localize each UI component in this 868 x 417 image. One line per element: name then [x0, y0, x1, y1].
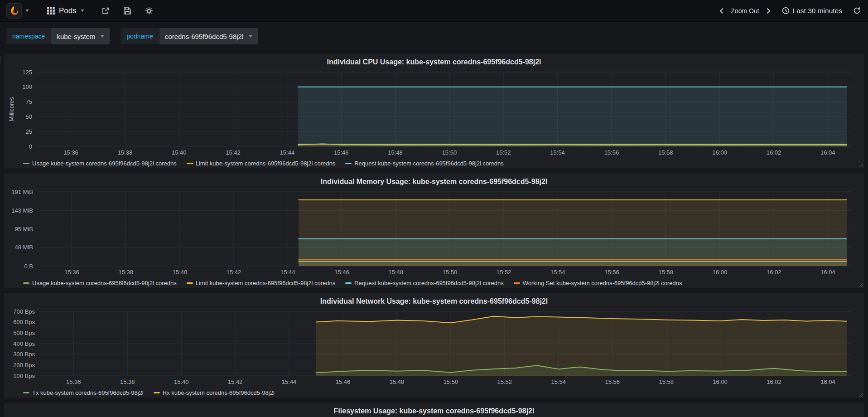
svg-text:15:36: 15:36 — [64, 269, 79, 276]
variable-podname-dropdown[interactable]: coredns-695f96dcd5-98j2l — [159, 28, 258, 44]
svg-text:15:48: 15:48 — [390, 378, 405, 385]
panel-title[interactable]: Individual Network Usage: kube-system co… — [8, 296, 860, 308]
svg-text:16:02: 16:02 — [767, 269, 781, 276]
svg-text:16:04: 16:04 — [820, 378, 835, 385]
legend-series-label: Request kube-system coredns-695f96dcd5-9… — [354, 160, 504, 167]
variable-namespace-dropdown[interactable]: kube-system — [51, 28, 110, 44]
cpu-usage-chart[interactable]: 025507510012515:3615:3815:4015:4215:4415… — [8, 68, 861, 158]
cpu-chart-legend: Usage kube-system coredns-695f96dcd5-98j… — [8, 158, 860, 168]
svg-text:16:00: 16:00 — [712, 149, 727, 156]
memory-usage-chart[interactable]: 0 B48 MiB95 MiB143 MiB191 MiB15:3615:381… — [8, 188, 861, 278]
svg-text:400 Bps: 400 Bps — [13, 340, 35, 347]
variable-namespace-value: kube-system — [57, 33, 95, 40]
legend-item[interactable]: Tx kube-system coredns-695f96dcd5-98j2l — [23, 389, 144, 396]
svg-text:15:58: 15:58 — [658, 149, 673, 156]
legend-series-swatch — [514, 282, 520, 284]
svg-text:15:50: 15:50 — [442, 149, 457, 156]
legend-item[interactable]: Usage kube-system coredns-695f96dcd5-98j… — [23, 160, 177, 167]
svg-text:100 Bps: 100 Bps — [13, 373, 35, 379]
panel-title[interactable]: Individual CPU Usage: kube-system coredn… — [8, 57, 860, 68]
time-shift-back-button[interactable] — [718, 7, 725, 15]
svg-text:95 MiB: 95 MiB — [15, 226, 33, 233]
chevron-left-icon — [719, 8, 724, 14]
svg-text:15:36: 15:36 — [63, 149, 78, 156]
legend-item[interactable]: Rx kube-system coredns-695f96dcd5-98j2l — [154, 389, 275, 396]
legend-series-label: Usage kube-system coredns-695f96dcd5-98j… — [32, 160, 177, 167]
legend-item[interactable]: Request kube-system coredns-695f96dcd5-9… — [345, 280, 504, 286]
template-variables-bar: namespace kube-system podname coredns-69… — [0, 22, 868, 51]
svg-text:15:44: 15:44 — [282, 378, 297, 385]
time-shift-forward-button[interactable] — [765, 7, 772, 15]
grafana-logo[interactable] — [6, 3, 22, 19]
svg-text:16:02: 16:02 — [767, 378, 781, 385]
panel-cpu-usage: Individual CPU Usage: kube-system coredn… — [4, 53, 864, 169]
variable-namespace-label: namespace — [6, 28, 51, 44]
svg-text:15:50: 15:50 — [444, 378, 458, 385]
legend-series-swatch — [187, 282, 193, 284]
dashboard-panels: Individual CPU Usage: kube-system coredn… — [0, 51, 868, 417]
variable-namespace: namespace kube-system — [6, 28, 110, 44]
panel-drag-handle[interactable] — [0, 55, 0, 63]
zoom-out-button[interactable]: Zoom Out — [731, 7, 759, 15]
share-button[interactable] — [101, 6, 111, 16]
svg-text:191 MiB: 191 MiB — [11, 189, 33, 195]
svg-text:75: 75 — [26, 98, 32, 105]
svg-text:15:38: 15:38 — [118, 149, 133, 156]
legend-series-label: Limit kube-system coredns-695f96dcd5-98j… — [196, 160, 336, 167]
svg-text:15:58: 15:58 — [659, 378, 674, 385]
svg-text:50: 50 — [26, 113, 32, 120]
save-button[interactable] — [122, 6, 132, 16]
svg-text:15:40: 15:40 — [172, 149, 187, 156]
svg-text:125: 125 — [22, 69, 32, 76]
clock-icon — [782, 7, 790, 15]
svg-text:15:48: 15:48 — [388, 269, 403, 276]
legend-item[interactable]: Limit kube-system coredns-695f96dcd5-98j… — [187, 280, 336, 286]
svg-text:15:56: 15:56 — [605, 378, 620, 385]
variable-podname: podname coredns-695f96dcd5-98j2l — [121, 28, 258, 44]
svg-text:16:02: 16:02 — [767, 149, 781, 156]
svg-text:15:42: 15:42 — [228, 378, 243, 385]
legend-series-swatch — [345, 282, 352, 284]
dashboard-picker[interactable]: Pods — [43, 4, 89, 18]
panel-title[interactable]: Filesystem Usage: kube-system coredns-69… — [8, 406, 860, 417]
panel-title[interactable]: Individual Memory Usage: kube-system cor… — [8, 176, 860, 188]
svg-text:15:54: 15:54 — [551, 378, 566, 385]
time-range-label: Last 30 minutes — [793, 7, 842, 15]
legend-series-label: Limit kube-system coredns-695f96dcd5-98j… — [196, 280, 336, 286]
network-usage-chart[interactable]: 100 Bps200 Bps300 Bps400 Bps500 Bps600 B… — [8, 308, 861, 388]
variable-podname-label: podname — [121, 28, 159, 44]
settings-button[interactable] — [144, 6, 154, 16]
legend-item[interactable]: Usage kube-system coredns-695f96dcd5-98j… — [23, 280, 177, 286]
grafana-flame-icon — [9, 5, 19, 16]
svg-text:15:44: 15:44 — [280, 269, 295, 276]
svg-text:15:40: 15:40 — [174, 378, 189, 385]
legend-series-swatch — [187, 163, 193, 164]
svg-text:15:44: 15:44 — [280, 149, 295, 156]
svg-text:15:46: 15:46 — [336, 378, 351, 385]
svg-text:15:54: 15:54 — [550, 149, 565, 156]
refresh-icon — [853, 7, 861, 15]
refresh-button[interactable] — [852, 6, 862, 15]
svg-text:300 Bps: 300 Bps — [13, 351, 35, 358]
svg-text:15:56: 15:56 — [604, 269, 619, 276]
svg-text:143 MiB: 143 MiB — [11, 207, 33, 214]
legend-series-swatch — [23, 282, 29, 284]
legend-series-swatch — [23, 392, 29, 393]
svg-text:15:36: 15:36 — [66, 378, 81, 385]
legend-item[interactable]: Working Set kube-system coredns-695f96dc… — [514, 280, 682, 286]
time-range-picker[interactable]: Last 30 minutes — [782, 7, 842, 15]
legend-item[interactable]: Limit kube-system coredns-695f96dcd5-98j… — [187, 160, 336, 167]
svg-text:0: 0 — [29, 143, 32, 150]
grid-icon — [47, 7, 55, 15]
share-icon — [101, 7, 110, 15]
svg-text:700 Bps: 700 Bps — [13, 308, 35, 315]
time-controls: Zoom Out Last 30 minutes — [718, 6, 862, 15]
svg-text:15:54: 15:54 — [550, 269, 565, 276]
chevron-down-icon — [101, 35, 104, 38]
legend-item[interactable]: Request kube-system coredns-695f96dcd5-9… — [345, 160, 504, 167]
chevron-down-icon[interactable] — [25, 10, 29, 12]
svg-text:15:38: 15:38 — [120, 378, 135, 385]
chevron-down-icon — [81, 10, 84, 12]
legend-series-label: Usage kube-system coredns-695f96dcd5-98j… — [32, 280, 177, 286]
svg-text:25: 25 — [26, 128, 32, 135]
